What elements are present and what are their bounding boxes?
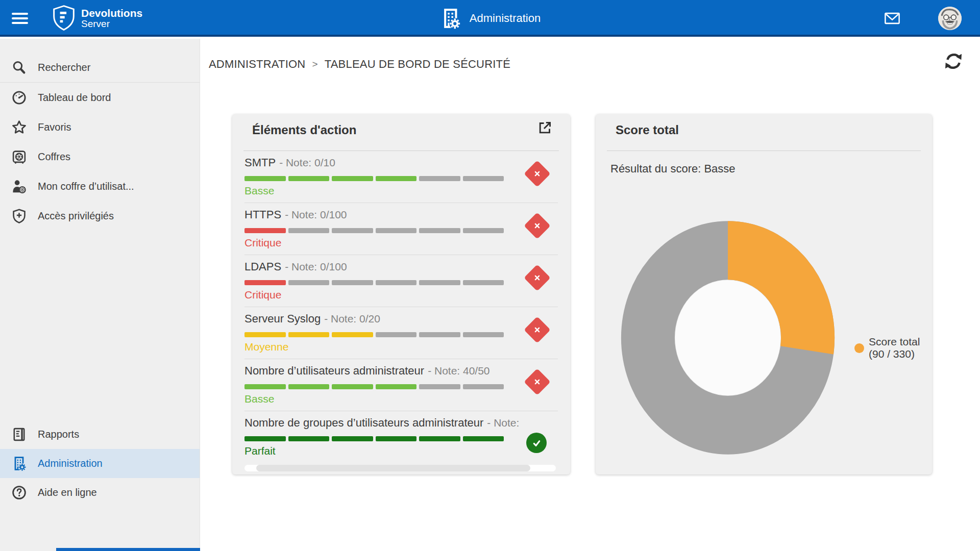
sidebar-item-label: Tableau de bord [38, 92, 111, 104]
sidebar-item-coffres[interactable]: Coffres [0, 142, 200, 171]
breadcrumb-parent[interactable]: ADMINISTRATION [209, 58, 305, 71]
progress-segment [463, 280, 504, 285]
header-title: Administration [470, 12, 541, 25]
action-item-title-line: Nombre d’utilisateurs administrateur- No… [244, 364, 558, 378]
progress-segment [332, 384, 373, 389]
dashboard-gauge-icon [11, 90, 27, 106]
progress-segment [463, 384, 504, 389]
progress-segment [419, 384, 460, 389]
progress-segment [463, 228, 504, 233]
hamburger-menu-icon[interactable] [12, 13, 28, 24]
progress-segment [463, 436, 504, 441]
user-avatar[interactable] [938, 7, 962, 30]
sidebar-item-label: Mon coffre d’utilisat... [38, 181, 134, 192]
sidebar-item-label: Rechercher [38, 62, 90, 73]
user-vault-icon [11, 179, 27, 194]
legend-marker-icon [854, 343, 864, 353]
progress-segment [244, 228, 286, 233]
refresh-icon[interactable] [943, 51, 964, 71]
sidebar-item-label: Coffres [38, 151, 70, 163]
vault-icon [11, 149, 27, 165]
action-items-list: SMTP- Note: 0/10 Basse HTTPS- Note: 0/10… [244, 151, 558, 463]
administration-building-icon [439, 7, 462, 30]
sidebar: Rechercher Tableau de bord Favoris [0, 39, 200, 551]
progress-segment [419, 280, 460, 285]
sidebar-item-label: Favoris [38, 121, 71, 133]
sidebar-item-mon-coffre[interactable]: Mon coffre d’utilisat... [0, 171, 200, 201]
sidebar-item-label: Rapports [38, 429, 79, 440]
mail-icon[interactable] [882, 10, 902, 27]
sidebar-item-acces-privilegies[interactable]: Accès privilégiés [0, 201, 200, 231]
progress-segment [419, 332, 460, 337]
action-item-row[interactable]: LDAPS- Note: 0/100 Critique [244, 255, 558, 307]
action-item-name: Nombre d’utilisateurs administrateur [244, 364, 424, 377]
avatar-image [938, 7, 962, 30]
hamburger-bar [12, 22, 28, 24]
administration-building-icon [11, 456, 27, 471]
brand-subname: Server [81, 19, 142, 29]
action-item-progress [244, 384, 504, 389]
sidebar-item-aide-en-ligne[interactable]: Aide en ligne [0, 478, 200, 507]
action-item-row[interactable]: SMTP- Note: 0/10 Basse [244, 151, 558, 203]
progress-segment [288, 228, 330, 233]
header-section-indicator: Administration [439, 0, 541, 37]
horizontal-scrollbar-track[interactable] [244, 465, 556, 471]
chart-legend-item[interactable]: Score total (90 / 330) [854, 336, 930, 360]
breadcrumb-separator-icon: > [312, 59, 317, 70]
progress-segment [332, 332, 373, 337]
progress-segment [288, 384, 330, 389]
action-item-severity: Basse [244, 392, 558, 406]
action-item-note: - Note: [487, 417, 519, 429]
progress-segment [376, 228, 417, 233]
sidebar-item-rechercher[interactable]: Rechercher [0, 53, 200, 82]
action-items-card: Éléments d'action SMTP- Note: 0/10 Basse [232, 114, 570, 474]
sidebar-item-rapports[interactable]: Rapports [0, 420, 200, 449]
progress-segment [244, 280, 286, 285]
action-item-name: SMTP [244, 156, 276, 169]
sidebar-item-administration[interactable]: Administration [0, 449, 200, 478]
action-item-row[interactable]: Nombre de groupes d’utilisateurs adminis… [244, 411, 558, 463]
card-title: Score total [616, 123, 679, 137]
progress-segment [244, 176, 286, 181]
sidebar-item-favoris[interactable]: Favoris [0, 112, 200, 142]
star-icon [11, 119, 27, 135]
progress-segment [419, 436, 460, 441]
bottom-partial-element [56, 548, 200, 551]
breadcrumb-current: TABLEAU DE BORD DE SÉCURITÉ [325, 58, 510, 71]
progress-segment [463, 176, 504, 181]
action-item-severity: Basse [244, 184, 558, 197]
progress-segment [332, 228, 373, 233]
action-item-name: LDAPS [244, 260, 281, 273]
progress-segment [288, 436, 330, 441]
action-item-title-line: Serveur Syslog- Note: 0/20 [244, 312, 558, 326]
progress-segment [376, 384, 417, 389]
sidebar-item-label: Aide en ligne [38, 487, 97, 498]
brand-name: Devolutions [81, 7, 142, 19]
action-item-title-line: SMTP- Note: 0/10 [244, 156, 558, 170]
status-ok-icon [526, 433, 547, 453]
action-item-title-line: HTTPS- Note: 0/100 [244, 208, 558, 222]
progress-segment [332, 176, 373, 181]
progress-segment [244, 332, 286, 337]
action-item-note: - Note: 0/20 [324, 313, 380, 324]
action-item-severity: Critique [244, 288, 558, 302]
legend-label: Score total (90 / 330) [869, 336, 930, 360]
action-item-severity: Parfait [244, 444, 558, 458]
score-card-header: Score total [607, 114, 921, 151]
progress-segment [244, 436, 286, 441]
main-content: ADMINISTRATION > TABLEAU DE BORD DE SÉCU… [201, 39, 980, 551]
action-item-name: Nombre de groupes d’utilisateurs adminis… [244, 416, 483, 429]
horizontal-scrollbar-thumb[interactable] [256, 465, 530, 471]
search-icon [11, 60, 27, 76]
action-item-row[interactable]: Serveur Syslog- Note: 0/20 Moyenne [244, 307, 558, 359]
progress-segment [376, 176, 417, 181]
open-external-icon[interactable] [537, 120, 553, 136]
action-item-severity: Moyenne [244, 340, 558, 354]
page: { "header": { "brand_line1": "Devolution… [0, 0, 980, 551]
action-item-severity: Critique [244, 236, 558, 249]
action-item-row[interactable]: Nombre d’utilisateurs administrateur- No… [244, 359, 558, 411]
breadcrumb: ADMINISTRATION > TABLEAU DE BORD DE SÉCU… [209, 58, 510, 71]
sidebar-item-tableau-de-bord[interactable]: Tableau de bord [0, 83, 200, 112]
action-item-row[interactable]: HTTPS- Note: 0/100 Critique [244, 203, 558, 255]
progress-segment [419, 228, 460, 233]
